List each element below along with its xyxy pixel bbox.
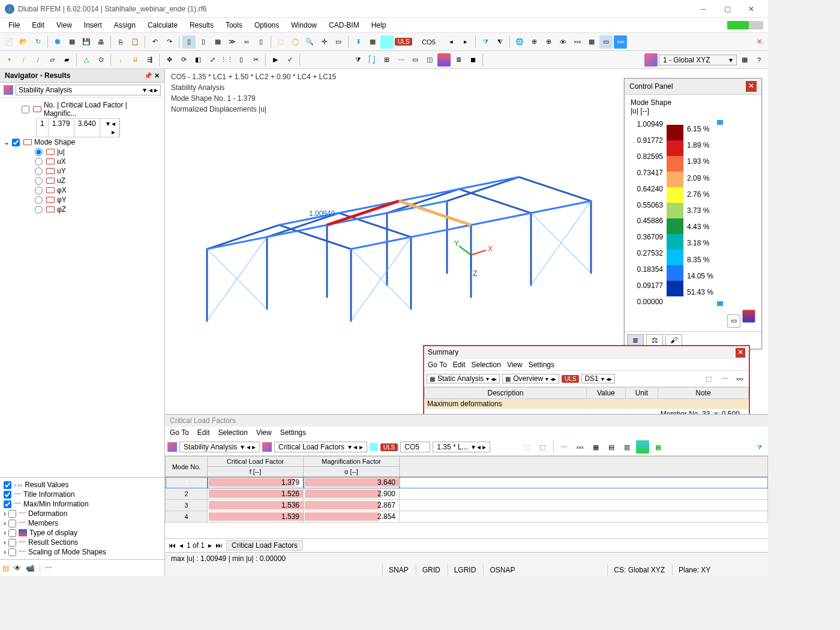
model-icon[interactable]: ⬢ [51, 35, 64, 49]
menu-results[interactable]: Results [184, 19, 220, 31]
panel3-icon[interactable]: ▦ [211, 35, 224, 49]
load3-icon[interactable]: ⇶ [143, 53, 156, 67]
menu-tools[interactable]: Tools [220, 19, 248, 31]
member-icon[interactable]: / [31, 53, 44, 67]
nav-tab4-icon[interactable]: 〰 [40, 564, 52, 572]
cp-tool1-icon[interactable]: ▭ [727, 314, 740, 328]
print-icon[interactable]: 🖶 [94, 35, 107, 49]
mirror-icon[interactable]: ◧ [191, 53, 205, 67]
split-icon[interactable]: ✂ [249, 53, 262, 67]
menu-view[interactable]: View [50, 19, 78, 31]
grid-icon[interactable]: ▦ [585, 35, 598, 49]
control-panel-close-icon[interactable]: ✕ [746, 81, 757, 92]
radio-phiy-label[interactable]: φY [57, 196, 67, 204]
rotate-icon[interactable]: ⟳ [177, 53, 190, 67]
nav-tab3-icon[interactable]: 📹 [26, 564, 35, 572]
node-icon[interactable]: ✦ [2, 53, 16, 67]
undo-icon[interactable]: ↶ [148, 35, 161, 49]
help-icon[interactable]: ? [752, 53, 766, 67]
load2-icon[interactable]: ⇊ [128, 53, 142, 67]
script-icon[interactable]: sc [240, 35, 253, 49]
status-osnap[interactable]: OSNAP [483, 565, 521, 575]
maximize-button[interactable]: ▢ [715, 1, 739, 16]
item-maxmin[interactable]: Max/Min Information [23, 500, 89, 508]
menu-file[interactable]: File [2, 19, 26, 31]
item-sections[interactable]: Result Sections [28, 538, 78, 547]
wave-icon[interactable]: 〰 [394, 53, 407, 67]
item-title-info[interactable]: Title Information [23, 490, 75, 499]
view-icon[interactable]: 👁 [556, 35, 569, 49]
radio-ux-label[interactable]: uX [57, 157, 66, 166]
summary-curve-icon[interactable]: 〰 [718, 372, 731, 385]
surface-icon[interactable]: ▱ [46, 53, 59, 67]
rp-next-icon[interactable]: ▸ [208, 541, 212, 550]
box3-icon[interactable]: ◫ [423, 53, 436, 67]
extrude-icon[interactable]: ▯ [235, 53, 248, 67]
check-members[interactable] [8, 520, 16, 527]
summary-close-icon[interactable]: ✕ [736, 348, 745, 358]
scale-top-handle[interactable] [717, 120, 723, 125]
radio-uz[interactable] [35, 177, 43, 185]
cp-tab-scale-icon[interactable]: ≣ [627, 334, 644, 346]
cube-icon[interactable]: ▦ [65, 35, 79, 49]
cs-icon[interactable] [644, 53, 658, 67]
rp-filter-icon[interactable]: ⧩ [752, 440, 766, 454]
redo-icon[interactable]: ↷ [163, 35, 176, 49]
open-icon[interactable]: 📂 [17, 35, 30, 49]
item-members[interactable]: Members [28, 519, 58, 527]
item-deformation[interactable]: Deformation [28, 509, 67, 518]
radio-u-label[interactable]: |u| [57, 148, 65, 156]
summary-menu-set[interactable]: Settings [529, 361, 554, 369]
section-icon[interactable]: ⊞ [380, 53, 393, 67]
summary-view-combo[interactable]: ▦ Overview ▾ ◂▸ [502, 374, 559, 383]
radio-uy-label[interactable]: uY [57, 167, 66, 175]
tree-mode-shape[interactable]: ⌄Mode Shape [4, 137, 161, 147]
menu-cadbim[interactable]: CAD-BIM [323, 19, 365, 31]
rp-co-combo[interactable]: CO5 [400, 442, 430, 452]
box2-icon[interactable]: ▭ [409, 53, 422, 67]
item-scaling[interactable]: Scaling of Mode Shapes [28, 548, 106, 556]
rp-stability-combo[interactable]: Stability Analysis▾ ◂ ▸ [179, 442, 260, 452]
radio-u[interactable] [35, 148, 43, 156]
nav-tab2-icon[interactable]: 👁 [14, 564, 21, 572]
check-display[interactable] [8, 529, 16, 537]
radio-uy[interactable] [35, 167, 43, 175]
panel2-icon[interactable]: ▯ [197, 35, 210, 49]
rp-grid3-icon[interactable]: ▥ [620, 440, 634, 454]
rp-clf-combo[interactable]: Critical Load Factors▾ ◂ ▸ [274, 442, 367, 452]
rp-menu-set[interactable]: Settings [280, 428, 306, 437]
radio-uz-label[interactable]: uZ [57, 176, 65, 185]
minimize-button[interactable]: ─ [691, 1, 715, 16]
filter-icon[interactable]: ⧩ [479, 35, 492, 49]
panel1-icon[interactable]: ▯ [182, 35, 196, 49]
rp-color-icon2[interactable] [636, 440, 649, 454]
tree-modeshape-check[interactable] [12, 139, 20, 146]
calc-icon[interactable]: ▶ [269, 53, 282, 67]
scale-bottom-handle[interactable] [717, 301, 723, 306]
refresh-icon[interactable]: ↻ [31, 35, 44, 49]
summary-ds-combo[interactable]: DS1 ▾ ◂▸ [581, 374, 614, 383]
rp-dim-icon[interactable]: xxx [574, 440, 587, 454]
stop-icon[interactable]: ◼ [466, 53, 479, 67]
axis1-icon[interactable]: ⊕ [527, 35, 541, 49]
menu-assign[interactable]: Assign [108, 19, 142, 31]
menu-edit[interactable]: Edit [26, 19, 50, 31]
rp-grid2-icon[interactable]: ▤ [605, 440, 618, 454]
item-result-values[interactable]: Result Values [25, 481, 68, 489]
globe-icon[interactable]: 🌐 [513, 35, 526, 49]
hinge-icon[interactable]: ⊙ [94, 53, 107, 67]
radio-phiz[interactable] [35, 206, 43, 214]
check-titleinfo[interactable] [4, 491, 11, 499]
select-icon[interactable]: ⬚ [274, 35, 287, 49]
check-scaling[interactable] [8, 548, 16, 556]
summary-menu-sel[interactable]: Selection [472, 361, 501, 369]
rp-factor-combo[interactable]: 1.35 * L...▾ ◂ ▸ [433, 442, 490, 452]
rp-grid1-icon[interactable]: ▦ [589, 440, 602, 454]
radio-phix[interactable] [35, 187, 43, 194]
prev-case-icon[interactable]: ◂ [445, 35, 458, 49]
check-resvals[interactable] [4, 481, 11, 489]
summary-dim-icon[interactable]: xxx [733, 372, 746, 385]
console-icon[interactable]: ≫ [226, 35, 239, 49]
summary-menu-goto[interactable]: Go To [428, 361, 447, 369]
rp-prev-icon[interactable]: ◂ [179, 541, 183, 550]
